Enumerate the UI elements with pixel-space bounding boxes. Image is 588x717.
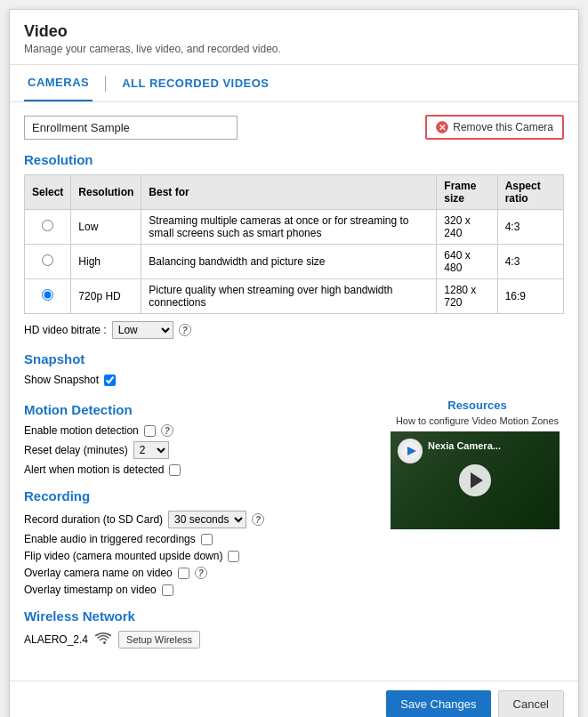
thumb-text: Nexia Camera... <box>428 440 517 451</box>
reset-delay-select[interactable]: 1 2 3 5 10 <box>133 441 169 459</box>
save-changes-button[interactable]: Save Changes <box>386 690 490 717</box>
res-high: High <box>71 245 141 279</box>
motion-detection-section: Motion Detection Enable motion detection… <box>24 402 376 476</box>
resources-box: Resources How to configure Video Motion … <box>391 399 564 529</box>
setup-wireless-button[interactable]: Setup Wireless <box>118 631 200 649</box>
overlay-name-row: Overlay camera name on video ? <box>24 567 376 579</box>
tab-all-videos[interactable]: ALL RECORDED VIDEOS <box>118 66 272 101</box>
overlay-time-label: Overlay timestamp on video <box>24 584 157 596</box>
tabs-bar: CAMERAS ALL RECORDED VIDEOS <box>10 65 578 102</box>
snapshot-checkbox[interactable] <box>104 375 116 386</box>
overlay-time-row: Overlay timestamp on video <box>24 584 376 596</box>
recording-section: Recording Record duration (to SD Card) 1… <box>24 488 376 596</box>
camera-row: ✕ Remove this Camera <box>24 115 564 140</box>
resources-subtitle: How to configure Video Motion Zones <box>391 415 564 426</box>
snapshot-title: Snapshot <box>24 351 564 367</box>
snapshot-row: Show Snapshot <box>24 374 564 386</box>
res-high-aspect: 4:3 <box>497 245 563 279</box>
audio-label: Enable audio in triggered recordings <box>24 533 196 545</box>
wireless-network-name: ALAERO_2.4 <box>24 633 88 646</box>
camera-name-input[interactable] <box>24 116 238 140</box>
reset-delay-row: Reset delay (minutes) 1 2 3 5 10 <box>24 441 376 459</box>
wireless-title: Wireless Network <box>24 608 376 624</box>
reset-delay-label: Reset delay (minutes) <box>24 444 128 456</box>
recording-help-icon[interactable]: ? <box>252 513 264 526</box>
audio-checkbox[interactable] <box>201 534 213 545</box>
res-high-desc: Balancing bandwidth and picture size <box>141 245 437 279</box>
cancel-button[interactable]: Cancel <box>498 690 564 717</box>
alert-motion-row: Alert when motion is detected <box>24 463 376 476</box>
recording-title: Recording <box>24 488 376 504</box>
main-window: Video Manage your cameras, live video, a… <box>9 9 579 717</box>
remove-icon: ✕ <box>436 121 448 133</box>
remove-label: Remove this Camera <box>453 121 553 133</box>
tab-divider <box>105 76 106 92</box>
tab-cameras[interactable]: CAMERAS <box>24 65 93 101</box>
resolution-radio-720p[interactable] <box>42 289 53 301</box>
flip-checkbox[interactable] <box>228 551 239 562</box>
motion-detection-title: Motion Detection <box>24 402 376 417</box>
play-button[interactable] <box>459 464 491 496</box>
bitrate-row: HD video bitrate : Low Medium High ? <box>24 321 564 339</box>
overlay-time-checkbox[interactable] <box>162 584 173 596</box>
res-low-aspect: 4:3 <box>497 210 563 245</box>
content-area: ✕ Remove this Camera Resolution Select R… <box>10 102 578 673</box>
res-720p-aspect: 16:9 <box>497 279 563 314</box>
resolution-title: Resolution <box>24 152 564 167</box>
thumb-logo <box>398 439 423 463</box>
video-thumbnail[interactable]: Nexia Camera... <box>391 431 560 529</box>
record-duration-select[interactable]: 10 seconds 30 seconds 1 minute 5 minutes <box>168 511 246 528</box>
alert-motion-checkbox[interactable] <box>169 464 181 476</box>
remove-camera-button[interactable]: ✕ Remove this Camera <box>425 115 564 140</box>
bitrate-help-icon[interactable]: ? <box>179 324 191 336</box>
enable-motion-checkbox[interactable] <box>144 425 156 437</box>
footer-row: Save Changes Cancel <box>10 681 578 717</box>
col-resolution: Resolution <box>71 175 141 210</box>
table-row: Low Streaming multiple cameras at once o… <box>25 210 564 245</box>
resolution-radio-high[interactable] <box>42 254 53 266</box>
res-low: Low <box>71 210 141 245</box>
alert-motion-label: Alert when motion is detected <box>24 463 164 476</box>
res-high-frame: 640 x 480 <box>437 245 497 279</box>
resolution-table: Select Resolution Best for Frame size As… <box>24 174 564 314</box>
table-row: 720p HD Picture quality when streaming o… <box>25 279 564 314</box>
flip-label: Flip video (camera mounted upside down) <box>24 550 222 562</box>
flip-row: Flip video (camera mounted upside down) <box>24 550 376 562</box>
left-column: Motion Detection Enable motion detection… <box>24 399 376 661</box>
res-720p-frame: 1280 x 720 <box>437 279 497 314</box>
res-low-frame: 320 x 240 <box>437 210 497 245</box>
bitrate-label: HD video bitrate : <box>24 324 107 336</box>
col-best-for: Best for <box>141 175 437 210</box>
snapshot-label: Show Snapshot <box>24 374 99 386</box>
svg-text:✕: ✕ <box>439 123 446 133</box>
overlay-name-label: Overlay camera name on video <box>24 567 173 579</box>
page-header: Video Manage your cameras, live video, a… <box>10 10 578 65</box>
enable-motion-label: Enable motion detection <box>24 424 139 437</box>
overlay-help-icon[interactable]: ? <box>195 567 207 579</box>
snapshot-section: Snapshot Show Snapshot <box>24 351 564 386</box>
audio-row: Enable audio in triggered recordings <box>24 533 376 545</box>
record-duration-label: Record duration (to SD Card) <box>24 513 163 526</box>
overlay-name-checkbox[interactable] <box>178 568 189 579</box>
resources-title: Resources <box>391 399 564 412</box>
enable-motion-row: Enable motion detection ? <box>24 424 376 437</box>
right-column: Resources How to configure Video Motion … <box>391 399 564 661</box>
col-aspect: Aspect ratio <box>497 175 563 210</box>
bitrate-select[interactable]: Low Medium High <box>112 321 173 339</box>
col-frame-size: Frame size <box>437 175 497 210</box>
res-720p: 720p HD <box>71 279 141 314</box>
record-duration-row: Record duration (to SD Card) 10 seconds … <box>24 511 376 528</box>
wireless-row: ALAERO_2.4 Setup Wireless <box>24 631 376 649</box>
motion-help-icon[interactable]: ? <box>161 424 173 437</box>
wifi-icon <box>95 632 111 648</box>
page-title: Video <box>24 22 564 41</box>
resolution-radio-low[interactable] <box>42 220 53 231</box>
two-col-layout: Motion Detection Enable motion detection… <box>24 399 564 661</box>
res-720p-desc: Picture quality when streaming over high… <box>141 279 437 314</box>
col-select: Select <box>25 175 71 210</box>
resolution-section: Resolution Select Resolution Best for Fr… <box>24 152 564 339</box>
page-subtitle: Manage your cameras, live video, and rec… <box>24 43 564 55</box>
res-low-desc: Streaming multiple cameras at once or fo… <box>141 210 437 245</box>
wireless-section: Wireless Network ALAERO_2.4 Setup Wirele… <box>24 608 376 649</box>
table-row: High Balancing bandwidth and picture siz… <box>25 245 564 279</box>
